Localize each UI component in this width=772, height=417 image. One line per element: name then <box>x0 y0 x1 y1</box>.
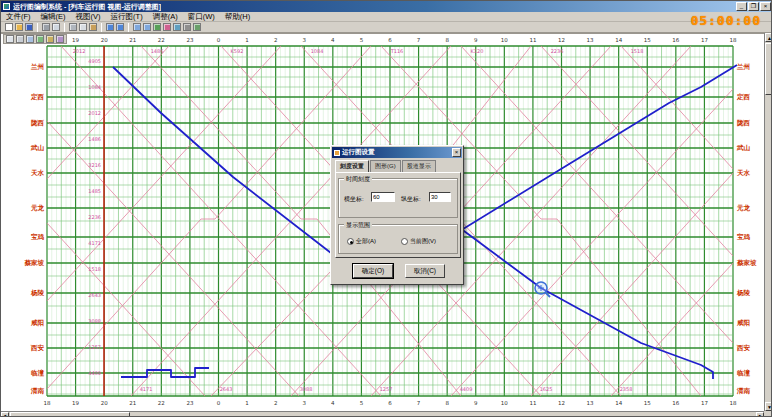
x-scale-input[interactable] <box>371 192 395 202</box>
toolbar-separator <box>64 23 65 32</box>
undo-icon[interactable] <box>106 23 114 31</box>
menu-item-1[interactable]: 编辑(E) <box>36 12 71 22</box>
help-icon[interactable] <box>193 23 201 31</box>
measure-icon[interactable] <box>26 35 34 43</box>
close-button[interactable]: × <box>760 2 771 11</box>
scale-group-label: 时间刻度 <box>344 175 372 184</box>
diagram-toolbar <box>3 34 67 44</box>
radio-show-all[interactable]: 全部(A) <box>347 237 376 246</box>
dialog-title: 运行图设置 <box>342 148 375 157</box>
scroll-right-icon[interactable]: ► <box>756 412 764 417</box>
station-icon[interactable] <box>173 23 181 31</box>
system-clock: 05:00:00 <box>690 13 761 28</box>
ok-button[interactable]: 确定(O) <box>353 264 393 278</box>
copy-icon[interactable] <box>79 23 87 31</box>
save-icon[interactable] <box>25 23 33 31</box>
settings-icon[interactable] <box>183 23 191 31</box>
cut-icon[interactable] <box>69 23 77 31</box>
minimize-button[interactable]: _ <box>736 2 747 11</box>
dialog-tab-strip: 刻度设置图形(G)股道显示 <box>335 160 437 172</box>
range-group-label: 显示范围 <box>344 221 372 230</box>
zoom-in-icon[interactable] <box>133 23 141 31</box>
paste-icon[interactable] <box>89 23 97 31</box>
filter-icon[interactable] <box>56 35 64 43</box>
scroll-left-icon[interactable]: ◄ <box>1 412 9 417</box>
select-icon[interactable] <box>6 35 14 43</box>
radio-show-all-label: 全部(A) <box>356 237 376 246</box>
menu-item-3[interactable]: 运行图(T) <box>106 12 148 22</box>
radio-current-view-label: 当前图(V) <box>410 237 436 246</box>
application-window: 运行图编制系统 - [列车运行图 视图-运行调整图] _ ❐ × 文件(F)编辑… <box>0 0 772 417</box>
print-icon[interactable] <box>42 23 50 31</box>
dialog-tab-0[interactable]: 刻度设置 <box>335 160 369 172</box>
radio-dot-icon <box>347 238 354 245</box>
menu-item-4[interactable]: 调整(A) <box>148 12 183 22</box>
zoom-out-icon[interactable] <box>143 23 151 31</box>
toolbar-separator <box>101 23 102 32</box>
vertical-scroll-thumb[interactable] <box>765 43 772 95</box>
menu-item-5[interactable]: 窗口(W) <box>183 12 220 22</box>
lock-icon[interactable] <box>46 35 54 43</box>
y-scale-label: 纵坐标: <box>401 195 421 204</box>
dialog-tab-1[interactable]: 图形(G) <box>370 160 401 172</box>
settings-dialog: 运行图设置 × 刻度设置图形(G)股道显示 时间刻度 横坐标: 纵坐标: 显示范… <box>330 145 464 285</box>
menu-item-2[interactable]: 视图(V) <box>71 12 106 22</box>
open-icon[interactable] <box>15 23 23 31</box>
app-icon <box>3 3 10 10</box>
scale-group: 时间刻度 横坐标: 纵坐标: <box>338 178 458 218</box>
print-preview-icon[interactable] <box>52 23 60 31</box>
dialog-title-bar[interactable]: 运行图设置 × <box>332 147 462 158</box>
main-toolbar <box>1 22 772 33</box>
toolbar-separator <box>128 23 129 32</box>
title-bar: 运行图编制系统 - [列车运行图 视图-运行调整图] _ ❐ × <box>1 1 772 12</box>
y-scale-input[interactable] <box>429 192 451 202</box>
dialog-icon <box>334 150 340 156</box>
dialog-tab-2[interactable]: 股道显示 <box>402 160 436 172</box>
train-line-icon[interactable] <box>163 23 171 31</box>
dialog-close-button[interactable]: × <box>452 148 461 157</box>
toolbar-separator <box>37 23 38 32</box>
menu-item-0[interactable]: 文件(F) <box>1 12 36 22</box>
range-group: 显示范围 全部(A) 当前图(V) <box>338 224 458 254</box>
refresh-icon[interactable] <box>36 35 44 43</box>
window-title: 运行图编制系统 - [列车运行图 视图-运行调整图] <box>13 2 161 12</box>
x-scale-label: 横坐标: <box>344 195 364 204</box>
new-icon[interactable] <box>5 23 13 31</box>
horizontal-scrollbar[interactable]: ◄ ► <box>1 411 764 417</box>
cancel-button[interactable]: 取消(C) <box>405 264 445 278</box>
scroll-up-icon[interactable]: ▲ <box>765 33 772 42</box>
horizontal-scroll-thumb[interactable] <box>10 412 130 417</box>
vertical-scrollbar[interactable]: ▲ ▼ <box>764 33 772 411</box>
radio-dot-icon <box>401 238 408 245</box>
menu-item-6[interactable]: 帮助(H) <box>220 12 255 22</box>
window-controls: _ ❐ × <box>735 2 771 11</box>
radio-current-view[interactable]: 当前图(V) <box>401 237 436 246</box>
menu-bar: 文件(F)编辑(E)视图(V)运行图(T)调整(A)窗口(W)帮助(H) <box>1 12 772 22</box>
redo-icon[interactable] <box>116 23 124 31</box>
grid-icon[interactable] <box>153 23 161 31</box>
restore-button[interactable]: ❐ <box>748 2 759 11</box>
pan-icon[interactable] <box>16 35 24 43</box>
scroll-down-icon[interactable]: ▼ <box>765 402 772 411</box>
